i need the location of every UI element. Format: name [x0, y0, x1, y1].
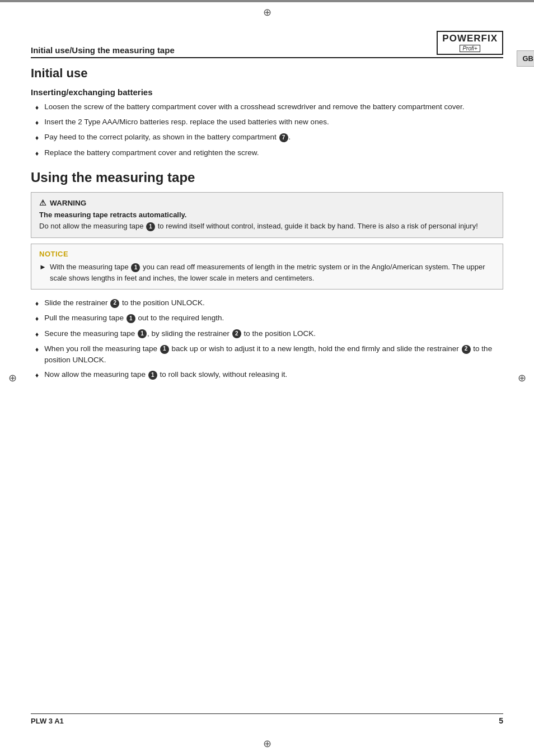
step-text: Pull the measuring tape 1 out to the req…	[44, 312, 224, 324]
warning-header: ⚠ WARNING	[39, 198, 495, 207]
batteries-subheading: Inserting/exchanging batteries	[31, 87, 503, 97]
logo-sub-name: Profi+	[460, 45, 480, 52]
badge-step2b: 2	[232, 329, 241, 338]
bullet-icon: ♦	[35, 103, 39, 113]
initial-use-heading: Initial use	[31, 66, 503, 81]
page-header: Initial use/Using the measuring tape POW…	[31, 31, 503, 58]
warning-label: WARNING	[50, 199, 86, 207]
badge-step1: 1	[127, 314, 135, 323]
reg-mark-br	[0, 2, 534, 2]
list-item: ♦ Replace the battery compartment cover …	[35, 147, 503, 158]
notice-arrow-icon: ►	[39, 262, 46, 273]
bullet-text: Pay heed to the correct polarity, as sho…	[44, 132, 291, 143]
list-item: ♦ Insert the 2 Type AAA/Micro batteries …	[35, 116, 503, 128]
badge-7: 7	[279, 133, 288, 142]
badge-1-warning: 1	[146, 222, 155, 231]
cross-mark-top: ⊕	[261, 7, 273, 18]
list-item: ♦ Now allow the measuring tape 1 to roll…	[35, 369, 503, 380]
bullet-icon: ♦	[35, 345, 39, 354]
warning-text: Do not allow the measuring tape 1 to rew…	[39, 221, 495, 232]
badge-1-notice: 1	[131, 263, 140, 272]
brand-logo: POWERFIX Profi+	[437, 31, 503, 55]
bullet-icon: ♦	[35, 314, 39, 324]
using-tape-heading: Using the measuring tape	[31, 170, 503, 185]
bullet-text: Replace the battery compartment cover an…	[44, 147, 259, 158]
cross-mark-left: ⊕	[7, 372, 18, 384]
notice-body: With the measuring tape 1 you can read o…	[50, 262, 495, 283]
list-item: ♦ Pay heed to the correct polarity, as s…	[35, 132, 503, 143]
bullet-icon: ♦	[35, 371, 39, 380]
list-item: ♦ Pull the measuring tape 1 out to the r…	[35, 312, 503, 324]
badge-step0: 2	[110, 299, 119, 308]
cross-mark-right: ⊕	[516, 372, 527, 384]
warning-box: ⚠ WARNING The measuring tape retracts au…	[31, 192, 503, 238]
logo-brand-name: POWERFIX	[442, 34, 498, 44]
cross-mark-bottom: ⊕	[261, 738, 273, 749]
steps-list: ♦ Slide the restrainer 2 to the position…	[31, 297, 503, 381]
warning-subtitle: The measuring tape retracts automaticall…	[39, 211, 495, 219]
step-text: Now allow the measuring tape 1 to roll b…	[44, 369, 287, 380]
warning-triangle-icon: ⚠	[39, 198, 46, 207]
notice-box: NOTICE ► With the measuring tape 1 you c…	[31, 244, 503, 290]
bullet-icon: ♦	[35, 118, 39, 128]
page-footer: PLW 3 A1 5	[31, 713, 503, 725]
notice-header: NOTICE	[39, 250, 495, 258]
bullet-text: Insert the 2 Type AAA/Micro batteries re…	[44, 116, 329, 128]
step-text: Secure the measuring tape 1, by sliding …	[44, 328, 316, 339]
bullet-icon: ♦	[35, 133, 39, 143]
badge-step3b: 2	[462, 345, 471, 354]
step-text: When you roll the measuring tape 1 back …	[44, 343, 503, 365]
bullet-icon: ♦	[35, 330, 39, 339]
notice-text: ► With the measuring tape 1 you can read…	[39, 262, 495, 283]
badge-step2a: 1	[138, 329, 147, 338]
bullet-icon: ♦	[35, 299, 39, 309]
footer-page-number: 5	[499, 716, 503, 725]
badge-step4: 1	[148, 371, 157, 380]
bullet-text: Loosen the screw of the battery compartm…	[44, 101, 464, 113]
list-item: ♦ Secure the measuring tape 1, by slidin…	[35, 328, 503, 339]
list-item: ♦ When you roll the measuring tape 1 bac…	[35, 343, 503, 365]
footer-model: PLW 3 A1	[31, 717, 64, 725]
bullet-icon: ♦	[35, 149, 39, 158]
header-title: Initial use/Using the measuring tape	[31, 45, 175, 55]
step-text: Slide the restrainer 2 to the position U…	[44, 297, 205, 309]
list-item: ♦ Loosen the screw of the battery compar…	[35, 101, 503, 113]
badge-step3a: 1	[160, 345, 169, 354]
batteries-list: ♦ Loosen the screw of the battery compar…	[31, 101, 503, 159]
list-item: ♦ Slide the restrainer 2 to the position…	[35, 297, 503, 309]
page-content: Initial use/Using the measuring tape POW…	[31, 31, 503, 725]
lang-tab: GB	[517, 50, 535, 67]
